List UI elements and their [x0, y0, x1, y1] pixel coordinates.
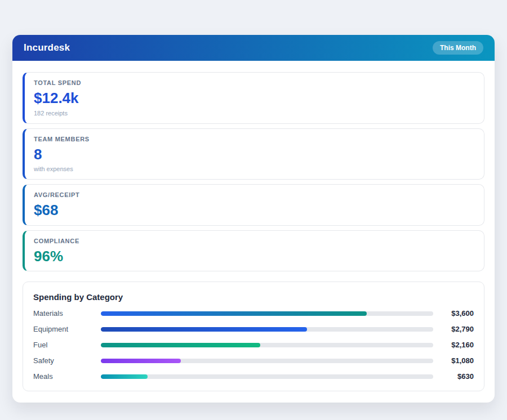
- category-label: Safety: [33, 356, 101, 365]
- stat-subtext: 182 receipts: [34, 110, 475, 117]
- app-title: Incurdesk: [24, 42, 70, 53]
- bar-fill: [101, 343, 260, 347]
- stat-card-total-spend: TOTAL SPEND $12.4k 182 receipts: [23, 72, 484, 124]
- stat-label: AVG/RECEIPT: [34, 191, 475, 198]
- stat-label: TEAM MEMBERS: [34, 136, 475, 142]
- category-amount: $2,160: [433, 341, 474, 349]
- bar-track: [101, 359, 433, 363]
- page-background: { "header": { "title": "Incurdesk", "bad…: [0, 0, 507, 420]
- period-badge[interactable]: This Month: [433, 41, 483, 55]
- spending-by-category-card: Spending by Category Materials $3,600 Eq…: [23, 282, 484, 391]
- stat-value: $12.4k: [34, 90, 475, 106]
- bar-track: [101, 327, 433, 332]
- category-row-materials: Materials $3,600: [33, 309, 474, 318]
- category-amount: $3,600: [433, 309, 474, 318]
- category-label: Equipment: [33, 325, 101, 333]
- category-amount: $1,080: [433, 356, 474, 365]
- category-row-meals: Meals $630: [33, 372, 474, 381]
- stat-label: TOTAL SPEND: [34, 79, 475, 86]
- stat-card-compliance: COMPLIANCE 96%: [23, 230, 484, 272]
- category-label: Fuel: [33, 341, 101, 349]
- category-label: Meals: [33, 372, 101, 381]
- bar-fill: [101, 327, 307, 332]
- dashboard-body: TOTAL SPEND $12.4k 182 receipts TEAM MEM…: [12, 61, 495, 403]
- category-row-safety: Safety $1,080: [33, 356, 474, 365]
- bar-fill: [101, 374, 148, 379]
- stat-label: COMPLIANCE: [34, 238, 475, 244]
- bar-fill: [101, 359, 181, 363]
- category-row-fuel: Fuel $2,160: [33, 341, 474, 349]
- stat-card-team-members: TEAM MEMBERS 8 with expenses: [23, 128, 484, 180]
- stat-subtext: with expenses: [34, 166, 475, 172]
- category-amount: $2,790: [433, 325, 474, 333]
- stat-value: 96%: [34, 248, 475, 265]
- bar-track: [101, 343, 433, 347]
- stat-value: 8: [34, 146, 475, 163]
- category-label: Materials: [33, 309, 101, 318]
- category-amount: $630: [433, 372, 474, 381]
- bar-fill: [101, 311, 367, 316]
- stat-card-avg-receipt: AVG/RECEIPT $68: [23, 184, 484, 226]
- app-header: Incurdesk This Month: [12, 35, 495, 61]
- bar-track: [101, 374, 433, 379]
- spending-chart-title: Spending by Category: [33, 292, 474, 302]
- stat-value: $68: [34, 202, 475, 218]
- dashboard-card: Incurdesk This Month TOTAL SPEND $12.4k …: [12, 35, 495, 403]
- category-row-equipment: Equipment $2,790: [33, 325, 474, 333]
- bar-track: [101, 311, 433, 316]
